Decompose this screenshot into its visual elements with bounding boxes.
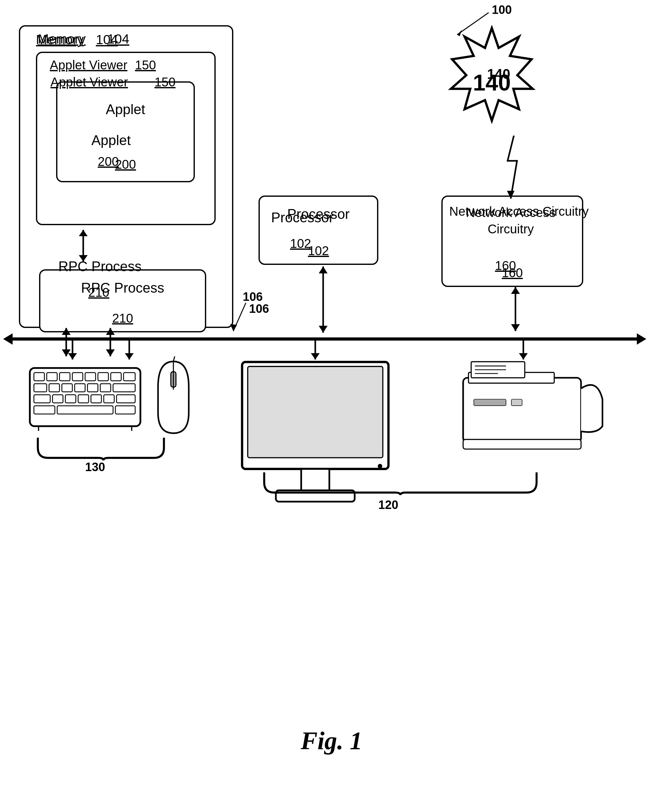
svg-rect-23 bbox=[34, 373, 44, 381]
applet-label: Applet bbox=[106, 102, 146, 117]
memory-text-label: Memory bbox=[38, 32, 86, 47]
processor-text: Processor bbox=[271, 210, 333, 225]
rpc-text: RPC Process bbox=[58, 259, 142, 274]
processor-box: Processor 102 bbox=[259, 196, 378, 265]
svg-rect-43 bbox=[104, 395, 114, 403]
svg-marker-73 bbox=[519, 353, 528, 359]
applet-ref-label: 200 bbox=[98, 155, 119, 169]
starburst-ref-label: 140 bbox=[487, 66, 510, 82]
svg-marker-21 bbox=[511, 287, 520, 294]
applet-viewer-label: Applet Viewer bbox=[50, 58, 127, 72]
applet-viewer-ref-label: 150 bbox=[154, 75, 176, 89]
keyboard-device bbox=[22, 356, 148, 432]
internet-cloud: 140 bbox=[435, 25, 548, 139]
svg-rect-46 bbox=[57, 406, 113, 414]
svg-rect-44 bbox=[116, 395, 135, 403]
network-bus-arrow bbox=[503, 287, 528, 341]
bus-106-text: 106 bbox=[249, 302, 269, 315]
svg-marker-15 bbox=[106, 328, 115, 335]
memory-ref-label: 104 bbox=[107, 32, 129, 47]
brace-130 bbox=[19, 435, 183, 460]
svg-marker-7 bbox=[507, 191, 514, 199]
svg-rect-30 bbox=[124, 373, 135, 381]
svg-rect-28 bbox=[98, 373, 108, 381]
rpc-process-ref: 210 bbox=[112, 311, 133, 325]
bus-arrow-right bbox=[637, 333, 646, 345]
ref-100-label: 100 bbox=[492, 3, 512, 17]
printer-device bbox=[457, 356, 608, 464]
bus-106-label: 106 bbox=[243, 290, 263, 304]
svg-rect-36 bbox=[100, 384, 111, 392]
svg-rect-33 bbox=[62, 384, 72, 392]
svg-marker-67 bbox=[68, 353, 77, 359]
svg-point-56 bbox=[378, 464, 382, 468]
svg-rect-45 bbox=[34, 406, 55, 414]
bus-arrow-left bbox=[3, 333, 13, 345]
svg-rect-32 bbox=[49, 384, 60, 392]
svg-marker-69 bbox=[125, 353, 134, 359]
bus-mouse-arrow bbox=[116, 341, 142, 366]
network-text: Network AccessCircuitry bbox=[448, 204, 574, 237]
mouse-device bbox=[151, 356, 196, 438]
rpc-ref-label: 210 bbox=[88, 285, 109, 299]
svg-marker-12 bbox=[62, 328, 71, 335]
svg-rect-29 bbox=[111, 373, 121, 381]
svg-rect-34 bbox=[75, 384, 85, 392]
svg-rect-38 bbox=[34, 395, 50, 403]
processor-bus-arrow bbox=[310, 267, 336, 342]
lightning-bolt bbox=[505, 136, 523, 199]
svg-rect-57 bbox=[463, 378, 581, 442]
applet-text: Applet bbox=[91, 133, 131, 148]
svg-rect-53 bbox=[248, 366, 383, 458]
svg-marker-4 bbox=[79, 230, 87, 236]
svg-marker-71 bbox=[311, 353, 320, 359]
rpc-process-box: RPC Process 210 bbox=[39, 269, 206, 332]
memory-box: Memory 104 Applet Viewer 150 Applet 200 … bbox=[19, 25, 233, 328]
svg-rect-41 bbox=[78, 395, 89, 403]
svg-marker-17 bbox=[319, 326, 328, 333]
ref-130-label: 130 bbox=[85, 460, 105, 474]
svg-rect-39 bbox=[53, 395, 63, 403]
svg-rect-64 bbox=[511, 399, 522, 406]
bus-monitor-arrow bbox=[302, 341, 328, 366]
processor-ref-label: 102 bbox=[290, 236, 311, 251]
svg-rect-47 bbox=[115, 406, 135, 414]
svg-rect-26 bbox=[72, 373, 82, 381]
fig-label: Fig. 1 bbox=[301, 726, 362, 755]
network-ref-label: 160 bbox=[495, 259, 516, 273]
svg-rect-27 bbox=[85, 373, 95, 381]
svg-rect-25 bbox=[60, 373, 70, 381]
brace-120 bbox=[227, 470, 574, 495]
ref-120-label: 120 bbox=[378, 498, 398, 512]
svg-rect-37 bbox=[113, 384, 135, 392]
applet-viewer-text: Applet Viewer bbox=[50, 75, 128, 89]
svg-marker-14 bbox=[106, 349, 115, 356]
bus-printer-arrow bbox=[511, 341, 536, 366]
svg-rect-40 bbox=[65, 395, 76, 403]
applet-viewer-ref: 150 bbox=[135, 58, 156, 72]
svg-rect-35 bbox=[87, 384, 98, 392]
bus-keyboard-arrow bbox=[60, 341, 85, 366]
svg-rect-63 bbox=[474, 399, 506, 406]
svg-marker-18 bbox=[319, 267, 328, 273]
svg-rect-24 bbox=[47, 373, 57, 381]
applet-box: Applet 200 bbox=[56, 81, 195, 182]
diagram: 100 Memory 104 Applet Viewer 150 Applet … bbox=[0, 0, 663, 812]
svg-marker-9 bbox=[230, 324, 237, 331]
svg-rect-31 bbox=[34, 384, 47, 392]
svg-rect-42 bbox=[91, 395, 101, 403]
svg-marker-20 bbox=[511, 324, 520, 331]
svg-rect-65 bbox=[463, 440, 581, 450]
